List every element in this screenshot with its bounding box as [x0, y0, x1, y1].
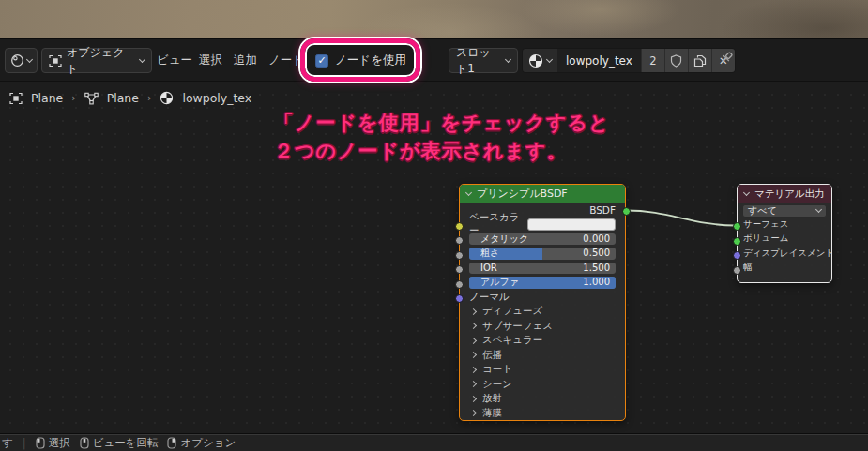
chevron-down-icon	[815, 206, 822, 213]
surface-row: サーフェス	[738, 218, 831, 233]
chevron-right-icon	[470, 323, 477, 329]
displacement-row: ディスプレイスメント	[738, 247, 831, 262]
menu-node[interactable]: ノード	[268, 48, 304, 73]
fake-user-shield-button[interactable]	[664, 49, 688, 72]
status-clipped-text: す	[2, 436, 13, 450]
chevron-down-icon	[139, 55, 145, 62]
duplicate-material-button[interactable]	[688, 49, 711, 72]
metallic-row: メタリック0.000	[460, 232, 625, 247]
status-divider: |	[23, 437, 26, 450]
base-color-socket[interactable]	[455, 222, 464, 231]
section-emission[interactable]: 放射	[460, 392, 625, 407]
mesh-data-icon	[84, 92, 99, 105]
metallic-slider[interactable]: メタリック0.000	[469, 233, 616, 246]
object-icon	[9, 92, 23, 105]
node-material-output[interactable]: マテリアル出力 すべて サーフェス ボリューム ディスプレイスメント 幅	[737, 184, 832, 283]
pin-icon[interactable]	[719, 51, 736, 68]
menu-select[interactable]: 選択	[199, 48, 222, 73]
shader-type-dropdown[interactable]: オブジェクト	[41, 48, 152, 73]
normal-row: ノーマル	[460, 290, 625, 305]
normal-socket[interactable]	[455, 294, 464, 303]
shader-type-label: オブジェクト	[67, 45, 135, 77]
breadcrumb-separator: ›	[147, 92, 151, 104]
base-color-row: ベースカラー	[460, 218, 625, 233]
menu-view[interactable]: ビュー	[157, 48, 192, 73]
material-browse-button[interactable]	[523, 49, 557, 72]
surface-socket[interactable]	[733, 222, 741, 231]
material-id-widget: lowpoly_tex 2 ✕	[522, 48, 736, 73]
mouse-left-icon	[36, 437, 45, 449]
editor-type-button[interactable]	[5, 48, 38, 73]
node-principled-bsdf[interactable]: プリンシプルBSDF BSDF ベースカラー メタリック0.000 粗さ0.50…	[459, 184, 626, 421]
chevron-down-icon	[26, 55, 33, 62]
alpha-socket[interactable]	[455, 280, 464, 289]
menu-add[interactable]: 追加	[234, 48, 257, 73]
alpha-row: アルファ1.000	[460, 276, 625, 291]
use-nodes-toggle[interactable]: ✓ ノードを使用	[315, 48, 406, 73]
chevron-right-icon	[470, 308, 477, 315]
node-output-header[interactable]: マテリアル出力	[738, 185, 831, 203]
breadcrumb-material[interactable]: lowpoly_tex	[182, 91, 251, 105]
material-users-count-button[interactable]: 2	[641, 49, 664, 72]
thickness-socket[interactable]	[733, 266, 741, 275]
object-icon	[49, 54, 62, 68]
chevron-right-icon	[470, 367, 477, 373]
shader-editor-header: オブジェクト ビュー 選択 追加 ノード ✓ ノードを使用 スロット1 lowp…	[0, 39, 868, 82]
roughness-row: 粗さ0.500	[460, 247, 625, 262]
chevron-right-icon	[470, 338, 477, 344]
slot-label: スロット1	[456, 45, 501, 77]
chevron-right-icon	[470, 381, 477, 387]
ior-socket[interactable]	[455, 265, 464, 274]
checkbox-checked-icon[interactable]: ✓	[315, 54, 328, 68]
node-title: マテリアル出力	[754, 188, 825, 201]
section-subsurface[interactable]: サブサーフェス	[460, 319, 625, 334]
breadcrumb-mesh[interactable]: Plane	[107, 91, 139, 105]
volume-socket[interactable]	[733, 237, 741, 246]
section-thin-film[interactable]: 薄膜	[460, 406, 625, 421]
mouse-right-icon	[167, 437, 176, 449]
status-hint-select: 選択	[36, 436, 70, 450]
chevron-right-icon	[470, 352, 477, 358]
node-principled-header[interactable]: プリンシプルBSDF	[460, 185, 625, 203]
section-sheen[interactable]: シーン	[460, 377, 625, 392]
shader-editor-icon	[10, 53, 24, 68]
status-hint-rotate-view: ビューを回転	[80, 436, 159, 450]
chevron-down-icon[interactable]	[465, 188, 472, 195]
section-transmission[interactable]: 伝播	[460, 348, 625, 363]
breadcrumb: Plane › Plane › lowpoly_tex	[9, 91, 251, 105]
material-icon	[160, 91, 174, 105]
node-title: プリンシプルBSDF	[477, 187, 568, 201]
volume-row: ボリューム	[738, 232, 831, 247]
roughness-socket[interactable]	[455, 251, 464, 260]
alpha-slider[interactable]: アルファ1.000	[469, 277, 616, 289]
blender-shader-editor: オブジェクト ビュー 選択 追加 ノード ✓ ノードを使用 スロット1 lowp…	[0, 0, 868, 451]
use-nodes-label: ノードを使用	[335, 53, 406, 68]
roughness-slider[interactable]: 粗さ0.500	[469, 248, 616, 260]
section-diffuse[interactable]: ディフューズ	[460, 305, 625, 320]
section-specular[interactable]: スペキュラー	[460, 334, 625, 349]
thickness-row: 幅	[738, 261, 831, 276]
breadcrumb-object[interactable]: Plane	[31, 91, 63, 105]
material-name-field[interactable]: lowpoly_tex	[557, 49, 641, 72]
chevron-down-icon[interactable]	[743, 188, 750, 195]
displacement-socket[interactable]	[733, 251, 741, 260]
breadcrumb-separator: ›	[71, 92, 75, 104]
metallic-socket[interactable]	[455, 236, 464, 245]
chevron-down-icon	[505, 55, 511, 62]
output-target-dropdown[interactable]: すべて	[742, 204, 827, 218]
ior-row: IOR1.500	[460, 261, 625, 276]
status-bar: す | 選択 ビューを回転 オプション	[0, 434, 868, 451]
annotation-line-2: ２つのノードが表示されます。	[274, 137, 609, 165]
base-color-swatch[interactable]	[527, 218, 616, 231]
annotation-line-1: 「ノードを使用」をチェックすると	[274, 109, 609, 137]
material-slot-dropdown[interactable]: スロット1	[449, 48, 518, 73]
ior-slider[interactable]: IOR1.500	[469, 263, 616, 275]
copy-icon	[693, 54, 707, 68]
chevron-right-icon	[470, 396, 477, 402]
mouse-middle-icon	[80, 437, 89, 449]
shield-icon	[670, 54, 682, 68]
bsdf-output-socket[interactable]	[622, 207, 631, 216]
section-coat[interactable]: コート	[460, 363, 625, 378]
annotation-text: 「ノードを使用」をチェックすると ２つのノードが表示されます。	[274, 109, 609, 165]
viewport-strip	[0, 0, 868, 39]
